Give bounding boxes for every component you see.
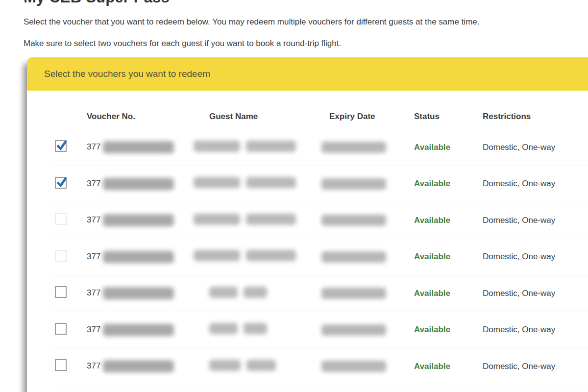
page-title: My CEB Super Pass [24,0,170,6]
voucher-number-prefix: 377 [87,215,100,224]
status-badge: Available [414,325,483,335]
voucher-number-prefix: 377 [87,179,100,188]
table-row: 377 Available Domestic, One-way [50,312,588,349]
voucher-panel: Select the vouchers you want to redeem V… [27,57,588,392]
voucher-checkbox[interactable] [55,213,67,225]
voucher-number-redacted [103,141,174,153]
voucher-number-redacted [103,214,174,226]
status-badge: Available [414,362,483,371]
table-row: 377 Available Domestic, One-way [50,275,588,312]
guest-name-redacted [194,250,296,261]
voucher-number-redacted [103,287,174,299]
expiry-date-redacted [321,361,386,372]
expiry-date-redacted [321,142,386,153]
checkmark-icon [56,177,67,188]
restrictions-text: Domestic, One-way [483,143,588,152]
voucher-number-prefix: 377 [87,361,100,370]
restrictions-text: Domestic, One-way [483,325,588,335]
status-badge: Available [414,216,483,225]
table-body: 377 Available Domestic, One-way 377 Avai… [50,129,588,385]
expiry-date-redacted [321,288,386,299]
status-badge: Available [414,289,483,298]
voucher-number-redacted [103,178,174,190]
table-row: 377 Available Domestic, One-way [50,348,588,385]
restrictions-text: Domestic, One-way [483,252,588,262]
expiry-date-redacted [321,251,386,263]
voucher-table: Voucher No. Guest Name Expiry Date Statu… [27,91,588,385]
checkmark-icon [56,140,67,151]
status-badge: Available [414,252,483,262]
expiry-date-redacted [321,324,386,336]
column-header-voucher-no: Voucher No. [87,112,209,122]
voucher-number-prefix: 377 [87,325,100,334]
expiry-date-redacted [321,178,386,190]
column-header-status: Status [414,112,483,122]
column-header-guest-name: Guest Name [209,112,329,122]
voucher-number-prefix: 377 [87,142,100,151]
voucher-redeem-page: My CEB Super Pass Select the voucher tha… [0,0,588,392]
panel-header-label: Select the vouchers you want to redeem [44,69,210,79]
voucher-number-redacted [103,251,174,263]
status-badge: Available [414,143,483,152]
voucher-checkbox[interactable] [55,286,67,298]
guest-name-redacted [194,214,296,225]
guest-name-redacted [194,177,296,188]
table-row: 377 Available Domestic, One-way [50,202,588,239]
voucher-checkbox[interactable] [55,250,67,262]
voucher-checkbox[interactable] [55,140,67,152]
restrictions-text: Domestic, One-way [483,362,588,371]
intro-text-line2: Make sure to select two vouchers for eac… [24,38,341,49]
voucher-number-redacted [103,360,174,372]
restrictions-text: Domestic, One-way [483,179,588,189]
voucher-checkbox[interactable] [55,359,67,371]
table-row: 377 Available Domestic, One-way [50,129,588,166]
column-header-expiry-date: Expiry Date [329,112,414,122]
expiry-date-redacted [321,215,386,226]
column-header-restrictions: Restrictions [483,112,588,122]
guest-name-redacted [209,287,267,298]
panel-header: Select the vouchers you want to redeem [27,57,588,91]
voucher-number-prefix: 377 [87,252,100,261]
guest-name-redacted [194,141,296,152]
table-row: 377 Available Domestic, One-way [50,166,588,203]
voucher-checkbox[interactable] [55,323,67,335]
voucher-number-redacted [103,324,174,336]
voucher-number-prefix: 377 [87,288,100,297]
voucher-checkbox[interactable] [55,177,67,189]
restrictions-text: Domestic, One-way [483,216,588,225]
table-row: 377 Available Domestic, One-way [50,239,588,276]
intro-text-line1: Select the voucher that you want to rede… [24,17,479,27]
guest-name-redacted [209,323,267,334]
table-header-row: Voucher No. Guest Name Expiry Date Statu… [50,91,588,129]
guest-name-redacted [209,360,276,371]
status-badge: Available [414,179,483,189]
restrictions-text: Domestic, One-way [483,289,588,298]
